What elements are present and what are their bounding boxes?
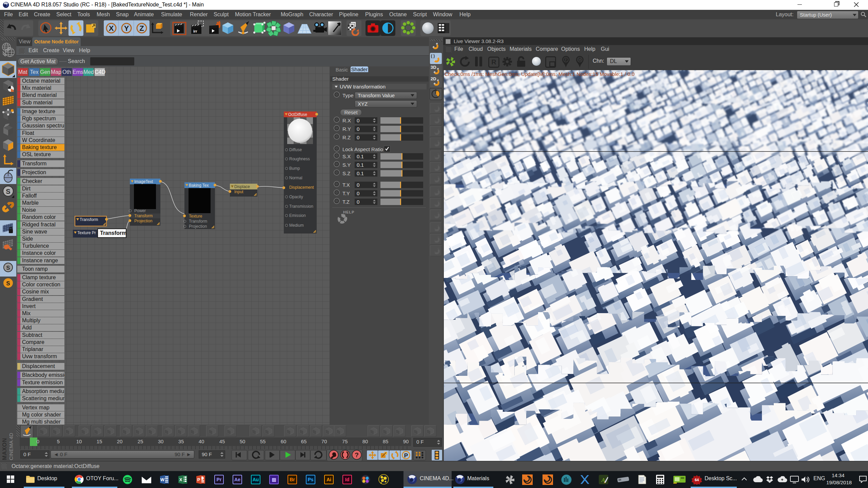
svg-text:?: ?: [355, 451, 359, 459]
svg-text:X: X: [179, 477, 182, 482]
svg-text:A: A: [601, 477, 605, 483]
svg-text:P: P: [404, 452, 408, 459]
svg-text:W: W: [160, 477, 165, 482]
svg-text:irr: irr: [193, 29, 197, 33]
svg-text:S: S: [6, 265, 10, 271]
svg-text:P: P: [197, 477, 200, 482]
svg-text:Z: Z: [139, 24, 144, 33]
svg-text:M: M: [578, 58, 581, 62]
svg-text:S: S: [6, 280, 10, 287]
svg-text:X: X: [109, 24, 114, 33]
svg-text:Y: Y: [124, 24, 129, 33]
svg-text:S: S: [6, 188, 10, 195]
svg-text:64: 64: [695, 478, 699, 482]
svg-text:F: F: [565, 58, 567, 62]
